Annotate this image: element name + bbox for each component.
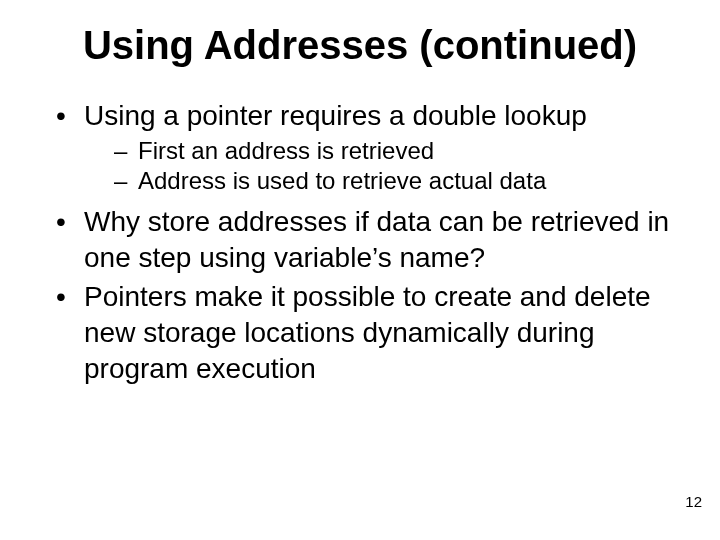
slide-title: Using Addresses (continued)	[0, 22, 720, 68]
bullet-item: Pointers make it possible to create and …	[50, 279, 680, 386]
sub-bullet-item: First an address is retrieved	[84, 136, 680, 166]
bullet-list: Using a pointer requires a double lookup…	[50, 98, 680, 387]
sub-bullet-item: Address is used to retrieve actual data	[84, 166, 680, 196]
bullet-text: Pointers make it possible to create and …	[84, 281, 651, 384]
bullet-sublist: First an address is retrieved Address is…	[84, 136, 680, 196]
bullet-text: Why store addresses if data can be retri…	[84, 206, 669, 273]
slide-body: Using a pointer requires a double lookup…	[50, 98, 680, 391]
bullet-text: Using a pointer requires a double lookup	[84, 100, 587, 131]
slide: Using Addresses (continued) Using a poin…	[0, 0, 720, 540]
bullet-item: Why store addresses if data can be retri…	[50, 204, 680, 276]
sub-bullet-text: First an address is retrieved	[138, 137, 434, 164]
sub-bullet-text: Address is used to retrieve actual data	[138, 167, 546, 194]
page-number: 12	[685, 493, 702, 510]
bullet-item: Using a pointer requires a double lookup…	[50, 98, 680, 196]
